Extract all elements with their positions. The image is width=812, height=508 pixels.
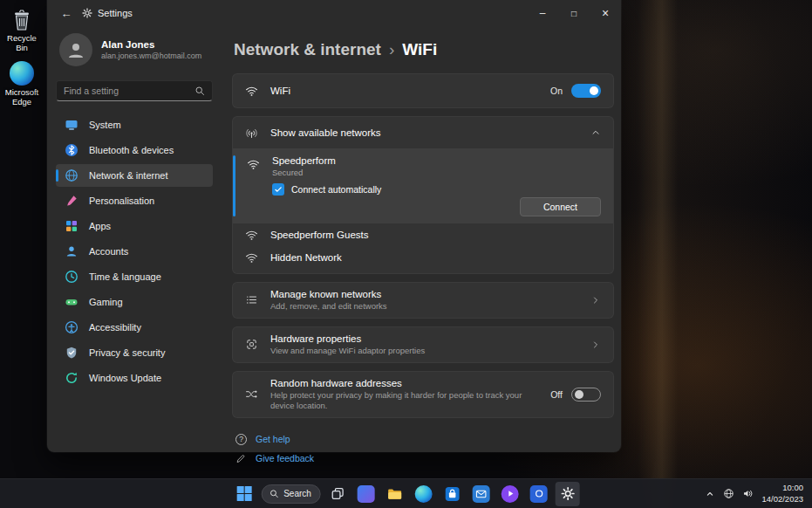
sidebar-item-label: Accounts [89, 246, 128, 257]
sidebar-item-label: Bluetooth & devices [89, 145, 174, 155]
minimize-button[interactable]: – [527, 0, 558, 26]
random-addresses-title: Random hardware addresses [270, 378, 532, 388]
search-box [56, 80, 213, 101]
camera-icon [530, 485, 548, 503]
manage-networks-subtitle: Add, remove, and edit networks [270, 301, 387, 312]
tray-volume-icon[interactable] [742, 488, 754, 499]
globe-icon [65, 168, 78, 182]
sidebar-item-accounts[interactable]: Accounts [56, 240, 213, 263]
search-input[interactable] [64, 86, 194, 96]
taskbar: Search [0, 478, 812, 508]
camera-button[interactable] [527, 482, 551, 506]
sidebar-item-windows-update[interactable]: Windows Update [56, 367, 213, 389]
store-icon [444, 485, 461, 503]
mail-icon [473, 485, 490, 503]
desktop-icon-recycle-bin[interactable]: Recycle Bin [0, 5, 44, 53]
random-addresses-toggle[interactable] [571, 388, 601, 402]
hardware-icon [245, 338, 258, 351]
game-controller-icon [65, 295, 78, 309]
breadcrumb-separator: › [389, 40, 394, 59]
sidebar-item-time-language[interactable]: Time & language [56, 265, 213, 288]
back-button[interactable]: ← [54, 3, 78, 24]
clipchamp-button[interactable] [498, 482, 522, 506]
random-addresses-subtitle: Help protect your privacy by making it h… [270, 390, 532, 411]
connect-automatically-checkbox[interactable] [272, 183, 284, 196]
settings-window: ← Settings – □ × [47, 0, 621, 452]
desktop: { "icons": { "back": "←", "minimize": "–… [0, 0, 812, 508]
apps-grid-icon [65, 219, 78, 233]
settings-taskbar-button[interactable] [556, 482, 580, 506]
tray-chevron-up-icon[interactable] [705, 489, 715, 499]
sidebar-item-network-internet[interactable]: Network & internet [56, 164, 213, 187]
user-name: Alan Jones [101, 39, 201, 50]
show-available-networks-row[interactable]: Show available networks [233, 117, 613, 148]
task-view-button[interactable] [325, 482, 350, 506]
random-hardware-addresses-card: Random hardware addresses Help protect y… [232, 371, 614, 418]
chevron-right-icon [590, 340, 601, 350]
collapse-chevron[interactable] [590, 127, 601, 138]
window-title: Settings [98, 8, 133, 18]
taskbar-search-label: Search [283, 489, 311, 498]
sidebar-item-label: Privacy & security [89, 347, 165, 358]
store-button[interactable] [440, 482, 465, 506]
edge-icon [415, 485, 433, 503]
accessibility-icon [65, 320, 78, 334]
hardware-properties-card[interactable]: Hardware properties View and manage WiFi… [232, 326, 614, 363]
titlebar: ← Settings – □ × [47, 0, 621, 26]
maximize-button[interactable]: □ [558, 0, 590, 26]
give-feedback-link[interactable]: Give feedback [235, 453, 612, 464]
give-feedback-label: Give feedback [256, 453, 314, 463]
network-speedperform-panel[interactable]: Speedperform Secured Connect automatical… [233, 148, 613, 223]
sidebar-item-label: Network & internet [89, 170, 167, 181]
close-button[interactable]: × [590, 0, 621, 26]
connect-automatically-label: Connect automatically [291, 184, 381, 195]
edge-button[interactable] [412, 482, 436, 506]
sidebar-item-system[interactable]: System [56, 113, 213, 136]
sidebar-item-bluetooth-devices[interactable]: Bluetooth & devices [56, 139, 213, 161]
breadcrumb-parent[interactable]: Network & internet [234, 40, 381, 59]
user-account[interactable]: Alan Jones alan.jones.wm@hotmail.com [59, 33, 209, 66]
file-explorer-button[interactable] [383, 482, 407, 506]
search-icon [194, 86, 205, 96]
wifi-toggle[interactable] [571, 84, 601, 98]
mail-button[interactable] [469, 482, 494, 506]
hardware-properties-subtitle: View and manage WiFi adaptor properties [270, 346, 425, 356]
get-help-label: Get help [256, 434, 290, 444]
network-hidden-network[interactable]: Hidden Network [233, 246, 613, 269]
shield-icon [65, 346, 78, 360]
manage-known-networks-card[interactable]: Manage known networks Add, remove, and e… [232, 282, 614, 319]
avatar [59, 33, 92, 66]
wifi-state-label: On [550, 86, 563, 96]
page-title: WiFi [402, 40, 437, 59]
sidebar-item-label: Accessibility [89, 322, 141, 333]
sidebar-item-apps[interactable]: Apps [56, 215, 213, 237]
get-help-link[interactable]: ? Get help [235, 434, 612, 445]
list-icon [245, 293, 258, 306]
system-icon [65, 118, 78, 132]
taskbar-search[interactable]: Search [261, 484, 321, 504]
start-button[interactable] [232, 482, 256, 506]
search-icon [269, 489, 278, 498]
network-speedperform-guests[interactable]: Speedperform Guests [233, 223, 613, 246]
tray-network-icon[interactable] [723, 488, 734, 499]
recycle-bin-icon [0, 5, 44, 31]
sidebar-item-accessibility[interactable]: Accessibility [56, 316, 213, 339]
network-name: Hidden Network [270, 252, 342, 263]
sidebar-item-privacy-security[interactable]: Privacy & security [56, 341, 213, 364]
connect-button[interactable]: Connect [520, 197, 601, 216]
widgets-button[interactable] [354, 482, 379, 506]
wifi-toggle-card: WiFi On [232, 73, 614, 108]
desktop-icon-microsoft-edge[interactable]: Microsoft Edge [0, 59, 44, 107]
sidebar-item-personalisation[interactable]: Personalisation [56, 189, 213, 212]
sidebar-item-label: Gaming [89, 297, 123, 307]
wifi-network-icon [245, 229, 258, 242]
show-available-networks-label: Show available networks [270, 127, 381, 138]
network-security-status: Secured [272, 168, 336, 177]
sidebar-item-label: Personalisation [89, 196, 154, 206]
feedback-icon [235, 453, 247, 464]
broadcast-icon [245, 127, 258, 140]
shuffle-icon [245, 388, 258, 401]
tray-clock[interactable]: 10:00 14/02/2023 [761, 483, 803, 505]
system-tray: 10:00 14/02/2023 [705, 483, 812, 505]
sidebar-item-gaming[interactable]: Gaming [56, 291, 213, 313]
